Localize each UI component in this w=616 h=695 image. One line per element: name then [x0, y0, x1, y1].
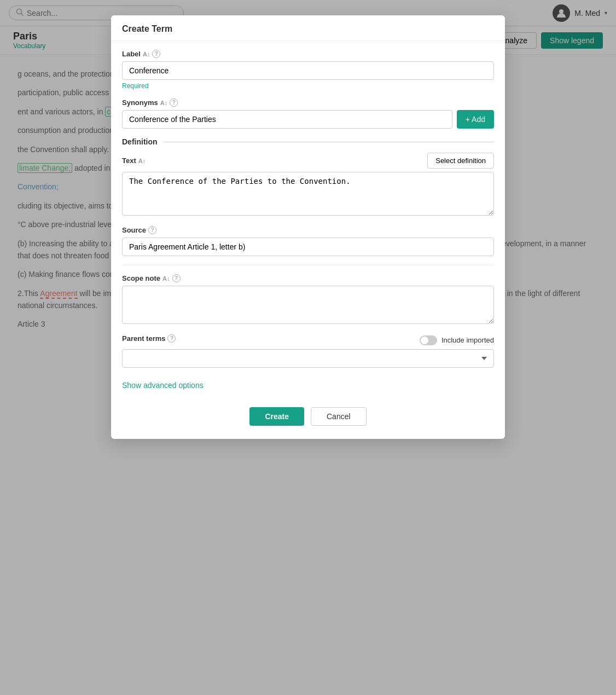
- modal-footer: Create Cancel: [111, 398, 505, 426]
- scope-note-label: Scope note A↕ ?: [122, 274, 494, 282]
- label-field-label: Label A↕ ?: [122, 50, 494, 58]
- label-help-icon[interactable]: ?: [152, 50, 160, 58]
- add-synonym-button[interactable]: + Add: [457, 110, 494, 129]
- parent-terms-label: Parent terms ?: [122, 334, 176, 343]
- required-text: Required: [122, 82, 494, 90]
- scope-note-group: Scope note A↕ ?: [122, 274, 494, 326]
- include-imported-toggle[interactable]: Include imported: [420, 335, 494, 345]
- parent-terms-help-icon[interactable]: ?: [167, 334, 176, 343]
- label-input[interactable]: [122, 61, 494, 80]
- parent-terms-label-text: Parent terms: [122, 334, 165, 343]
- synonyms-group: Synonyms A↕ ? + Add: [122, 99, 494, 129]
- definition-divider: [164, 142, 494, 142]
- synonyms-label: Synonyms A↕ ?: [122, 99, 494, 107]
- scope-note-help-icon[interactable]: ?: [172, 274, 181, 282]
- include-imported-label: Include imported: [441, 336, 494, 344]
- label-group: Label A↕ ? Required: [122, 50, 494, 90]
- definition-header: Definition: [122, 137, 494, 146]
- text-label-text: Text: [122, 157, 136, 165]
- text-group: Text A↕ Select definition The Conference…: [122, 153, 494, 217]
- show-advanced-button[interactable]: Show advanced options: [122, 381, 204, 390]
- synonyms-help-icon[interactable]: ?: [170, 99, 178, 107]
- scope-note-input[interactable]: [122, 286, 494, 324]
- label-translate-icon: A↕: [143, 51, 150, 57]
- modal-header: Create Term: [111, 15, 505, 41]
- parent-terms-row: Parent terms ? Include imported: [122, 334, 494, 346]
- create-term-modal: Create Term Label A↕ ? Required Synonyms…: [111, 15, 505, 439]
- source-help-icon[interactable]: ?: [148, 226, 156, 234]
- parent-terms-group: Parent terms ? Include imported: [122, 334, 494, 368]
- parent-terms-dropdown[interactable]: [122, 349, 494, 368]
- label-text: Label: [122, 50, 141, 58]
- definition-text-input[interactable]: The Conference of the Parties to the Con…: [122, 172, 494, 216]
- modal-title: Create Term: [122, 24, 172, 33]
- source-group: Source ?: [122, 226, 494, 256]
- synonyms-text: Synonyms: [122, 99, 158, 107]
- select-definition-button[interactable]: Select definition: [427, 153, 494, 169]
- synonyms-translate-icon: A↕: [160, 100, 167, 106]
- scope-note-label-text: Scope note: [122, 274, 160, 282]
- create-button[interactable]: Create: [249, 407, 304, 426]
- definition-title: Definition: [122, 137, 158, 146]
- source-label: Source ?: [122, 226, 494, 234]
- text-label: Text A↕: [122, 157, 146, 165]
- section-divider: [122, 265, 494, 265]
- scope-note-translate-icon: A↕: [162, 275, 170, 282]
- modal-body: Label A↕ ? Required Synonyms A↕ ? + Add …: [111, 41, 505, 398]
- synonyms-row: + Add: [122, 110, 494, 129]
- text-translate-icon: A↕: [138, 158, 146, 164]
- source-label-text: Source: [122, 226, 146, 234]
- synonym-input[interactable]: [122, 110, 452, 129]
- text-row: Text A↕ Select definition: [122, 153, 494, 169]
- include-imported-switch[interactable]: [420, 335, 437, 345]
- cancel-button[interactable]: Cancel: [311, 407, 367, 426]
- source-input[interactable]: [122, 238, 494, 256]
